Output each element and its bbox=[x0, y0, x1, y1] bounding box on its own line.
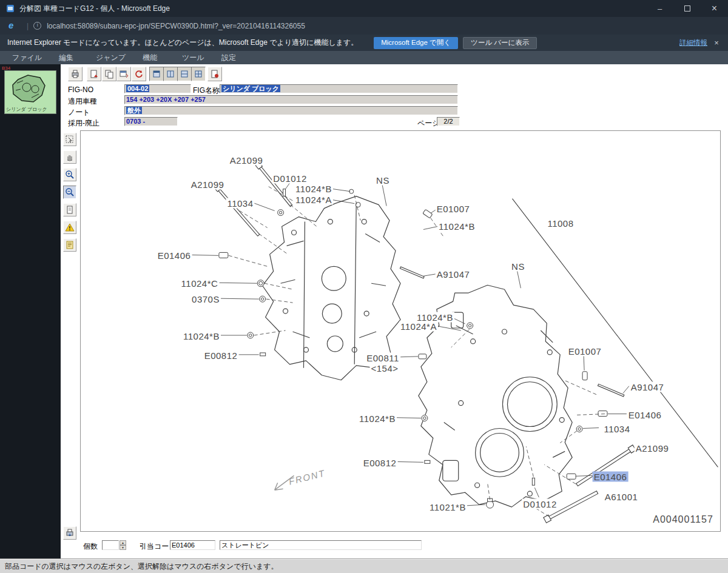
figure-thumbnail[interactable]: シリンダ ブロック bbox=[4, 70, 56, 114]
part-label[interactable]: 11024*A bbox=[399, 321, 438, 332]
part-label[interactable]: A21099 bbox=[229, 155, 265, 166]
menu-file[interactable]: ファイル bbox=[12, 53, 42, 63]
part-label[interactable]: A91047 bbox=[630, 382, 666, 392]
part-label[interactable]: A61001 bbox=[604, 492, 639, 502]
menu-bar: ファイル 編集 ジャンプ 機能 ツール 設定 bbox=[0, 51, 728, 64]
part-label[interactable]: E00811 bbox=[365, 353, 400, 363]
part-label[interactable]: NS bbox=[375, 175, 391, 186]
fit-page-button[interactable] bbox=[63, 203, 76, 216]
fig-name-label: FIG名称 bbox=[193, 85, 220, 96]
part-label[interactable]: 11034 bbox=[226, 198, 254, 209]
pan-tool-button[interactable] bbox=[63, 150, 76, 164]
part-label[interactable]: E01007 bbox=[436, 204, 471, 214]
fig-no-field[interactable]: 004-02 bbox=[124, 84, 191, 93]
maximize-icon[interactable] bbox=[673, 0, 701, 17]
thumbnail-image bbox=[5, 71, 56, 107]
details-link[interactable]: 詳細情報 bbox=[679, 38, 707, 47]
part-label[interactable]: A21099 bbox=[635, 443, 670, 454]
marker-button[interactable] bbox=[207, 67, 222, 81]
part-label[interactable]: E00812 bbox=[362, 458, 398, 468]
adopt-field[interactable]: 0703 - bbox=[124, 117, 178, 126]
part-label[interactable]: E01406 bbox=[627, 410, 663, 420]
banner-close-icon[interactable] bbox=[707, 38, 726, 47]
part-label[interactable]: E01406 bbox=[157, 250, 192, 261]
window-copy-button[interactable] bbox=[116, 67, 131, 81]
info-icon[interactable] bbox=[33, 22, 41, 30]
menu-settings[interactable]: 設定 bbox=[221, 53, 236, 63]
print-button[interactable] bbox=[68, 67, 83, 81]
view-mode-4-button[interactable] bbox=[191, 67, 206, 81]
thumbnail-label: シリンダ ブロック bbox=[6, 106, 47, 113]
zoom-out-button[interactable] bbox=[63, 186, 76, 199]
qty-input[interactable] bbox=[102, 540, 119, 550]
app-area: B34 シリンダ ブロック bbox=[0, 64, 728, 559]
part-code-input[interactable] bbox=[170, 540, 215, 550]
part-label[interactable]: 11008 bbox=[546, 218, 575, 229]
view-mode-3-button[interactable] bbox=[177, 67, 192, 81]
stepper-up-icon[interactable] bbox=[120, 540, 126, 545]
part-label[interactable]: E01007 bbox=[567, 346, 603, 357]
copy-button[interactable] bbox=[102, 67, 116, 81]
open-in-edge-button[interactable]: Microsoft Edge で開く bbox=[374, 37, 458, 49]
part-label[interactable]: D01012 bbox=[272, 173, 308, 184]
diagram-canvas[interactable]: A21099A21099D0101211024*B11024*A11034NSE… bbox=[80, 130, 721, 532]
part-label[interactable]: 11034 bbox=[602, 424, 631, 434]
export-button[interactable] bbox=[87, 67, 101, 81]
sidebar: B34 シリンダ ブロック bbox=[0, 64, 61, 559]
part-label[interactable]: 11024*B bbox=[358, 414, 397, 424]
page-field: 2/2 bbox=[437, 117, 460, 126]
menu-func[interactable]: 機能 bbox=[143, 53, 157, 63]
zoom-in-button[interactable] bbox=[63, 168, 76, 181]
part-label[interactable]: 11021*B bbox=[428, 502, 467, 512]
show-in-toolbar-button[interactable]: ツール バーに表示 bbox=[463, 37, 537, 49]
view-mode-2-button[interactable] bbox=[163, 67, 178, 81]
part-label[interactable]: 11024*C bbox=[180, 278, 220, 289]
part-label[interactable]: NS bbox=[510, 261, 526, 272]
model-field[interactable]: 154 +203 +20X +207 +257 bbox=[124, 95, 458, 104]
part-label[interactable]: 11024*B bbox=[437, 221, 476, 232]
fig-no-label: FIG-NO bbox=[68, 85, 93, 94]
qty-label: 個数 bbox=[83, 541, 98, 552]
refresh-button[interactable] bbox=[132, 67, 146, 81]
menu-jump[interactable]: ジャンプ bbox=[96, 53, 126, 63]
window-title: 分解図 車種コードG12 - 個人 - Microsoft Edge bbox=[19, 4, 170, 14]
url-text[interactable]: localhost:58089/subaru-epc-jpn/SEPCW0390… bbox=[47, 22, 305, 30]
part-label[interactable]: <154> bbox=[369, 363, 399, 374]
part-label[interactable]: E01406 bbox=[593, 472, 629, 482]
part-label[interactable]: E00812 bbox=[203, 350, 239, 361]
content: FIG-NO 004-02 FIG名称 シリンダ ブロック 適用車種 154 +… bbox=[61, 64, 728, 559]
qty-stepper[interactable] bbox=[120, 540, 126, 550]
minimize-icon[interactable] bbox=[646, 0, 673, 17]
window-icon bbox=[6, 4, 15, 13]
part-label[interactable]: 11024*A bbox=[294, 195, 333, 205]
close-icon[interactable] bbox=[701, 0, 728, 17]
part-label[interactable]: 0370S bbox=[190, 294, 221, 304]
diagram-toolstrip bbox=[61, 130, 79, 543]
part-label[interactable]: 11024*B bbox=[182, 331, 221, 341]
note-field[interactable]: 般外 bbox=[124, 106, 458, 115]
fig-name-field[interactable]: シリンダ ブロック bbox=[220, 84, 458, 93]
menu-tools[interactable]: ツール bbox=[182, 53, 204, 63]
part-label[interactable]: A21099 bbox=[190, 179, 226, 190]
selection-form: 個数 引当コード bbox=[61, 537, 728, 555]
title-bar: 分解図 車種コードG12 - 個人 - Microsoft Edge bbox=[0, 0, 728, 17]
adopt-label: 採用-廃止 bbox=[68, 118, 99, 129]
part-label[interactable]: D01012 bbox=[522, 499, 558, 509]
menu-edit[interactable]: 編集 bbox=[59, 53, 73, 63]
ie-icon bbox=[7, 21, 17, 31]
part-label[interactable]: A004001157 bbox=[652, 514, 715, 525]
view-mode-1-button[interactable] bbox=[149, 67, 164, 81]
banner-message: Internet Explorer モードになっています。ほとんどのページは、M… bbox=[7, 38, 358, 48]
warning-tool-button[interactable] bbox=[63, 221, 76, 234]
note-label: ノート bbox=[68, 107, 90, 118]
select-tool-button[interactable] bbox=[63, 133, 76, 146]
note-tool-button[interactable] bbox=[63, 238, 76, 252]
status-bar: 部品コードの選択はマウスの左ボタン、選択解除はマウスの右ボタンで行います。 bbox=[0, 559, 728, 573]
part-label[interactable]: A91047 bbox=[436, 269, 471, 280]
url-bar[interactable]: | localhost:58089/subaru-epc-jpn/SEPCW03… bbox=[0, 17, 728, 35]
stepper-down-icon[interactable] bbox=[120, 545, 126, 550]
ie-mode-banner: Internet Explorer モードになっています。ほとんどのページは、M… bbox=[0, 35, 728, 51]
part-label[interactable]: 11024*B bbox=[294, 184, 333, 194]
app-window: 分解図 車種コードG12 - 個人 - Microsoft Edge | loc… bbox=[0, 0, 728, 573]
part-name-input[interactable] bbox=[220, 540, 422, 550]
